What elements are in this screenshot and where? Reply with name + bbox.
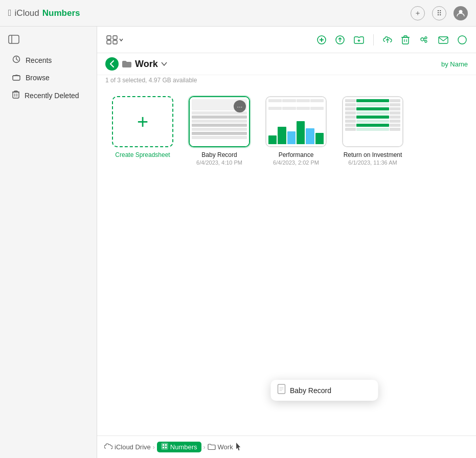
sidebar: Recents Browse Recently Del bbox=[0, 27, 97, 458]
folder-icon bbox=[122, 60, 132, 68]
share-button[interactable] bbox=[417, 34, 431, 46]
roi-date: 6/1/2023, 11:36 AM bbox=[348, 159, 397, 166]
folder-title[interactable]: Work bbox=[122, 59, 167, 70]
svg-rect-4 bbox=[13, 76, 20, 80]
folder-header: Work by Name bbox=[97, 53, 476, 75]
performance-thumbnail bbox=[265, 96, 327, 147]
cursor-indicator bbox=[236, 443, 242, 452]
svg-rect-42 bbox=[163, 447, 164, 448]
svg-rect-43 bbox=[165, 447, 167, 448]
browse-label: Browse bbox=[26, 74, 50, 82]
create-label: Create Spreadsheet bbox=[115, 151, 170, 158]
svg-point-25 bbox=[421, 38, 424, 41]
icloud-label: iCloud bbox=[15, 8, 39, 18]
performance-date: 6/4/2023, 2:02 PM bbox=[273, 159, 319, 166]
svg-line-29 bbox=[424, 40, 425, 41]
recently-deleted-label: Recently Deleted bbox=[25, 91, 79, 100]
svg-rect-5 bbox=[13, 92, 19, 98]
avatar-button[interactable] bbox=[454, 6, 468, 20]
performance-card[interactable]: Performance 6/4/2023, 2:02 PM bbox=[263, 96, 329, 166]
svg-point-27 bbox=[425, 40, 427, 42]
email-button[interactable] bbox=[436, 34, 450, 46]
performance-preview bbox=[266, 97, 326, 146]
roi-card[interactable]: Return on Investment 6/1/2023, 11:36 AM bbox=[339, 96, 406, 166]
performance-name: Performance bbox=[279, 151, 314, 158]
svg-rect-10 bbox=[107, 40, 111, 44]
sidebar-collapse-icon[interactable] bbox=[0, 33, 97, 51]
svg-rect-41 bbox=[165, 444, 167, 446]
folder-name-label: Work bbox=[135, 59, 158, 70]
recents-icon bbox=[12, 55, 20, 65]
add-file-button[interactable] bbox=[315, 33, 328, 47]
baby-record-more-button[interactable]: ··· bbox=[234, 100, 246, 112]
svg-line-28 bbox=[424, 38, 425, 39]
app-name-label: Numbers bbox=[42, 8, 80, 18]
app-layout: Recents Browse Recently Del bbox=[0, 27, 476, 458]
svg-rect-21 bbox=[402, 37, 409, 44]
svg-rect-40 bbox=[163, 444, 164, 446]
icloud-drive-icon bbox=[104, 443, 112, 451]
breadcrumb-work[interactable]: Work bbox=[208, 443, 233, 451]
baby-record-card[interactable]: ··· Baby Record 6/4/2023, 4:10 PM bbox=[186, 96, 253, 166]
brand-logo:  iCloud Numbers bbox=[8, 8, 80, 18]
sidebar-item-recents[interactable]: Recents bbox=[3, 52, 94, 68]
rename-input[interactable] bbox=[290, 386, 379, 395]
create-thumbnail: + bbox=[112, 96, 173, 147]
numbers-label: Numbers bbox=[170, 443, 197, 451]
view-toggle-button[interactable] bbox=[104, 33, 126, 47]
roi-preview bbox=[343, 97, 402, 146]
baby-record-name: Baby Record bbox=[201, 151, 237, 158]
sep-2: › bbox=[203, 444, 206, 451]
svg-rect-1 bbox=[9, 35, 19, 43]
bottom-breadcrumb-bar: iCloud Drive › Numbers › bbox=[97, 436, 476, 458]
roi-name: Return on Investment bbox=[344, 151, 402, 158]
recently-deleted-icon bbox=[12, 90, 19, 100]
svg-rect-11 bbox=[113, 36, 117, 39]
folder-chevron-icon bbox=[161, 62, 167, 66]
baby-record-thumbnail: ··· bbox=[189, 96, 250, 147]
file-grid: + Create Spreadsheet bbox=[97, 84, 476, 178]
title-bar:  iCloud Numbers ＋ ⠿ bbox=[0, 0, 476, 27]
more-options-button[interactable] bbox=[456, 33, 469, 47]
breadcrumb-icloud-drive[interactable]: iCloud Drive bbox=[104, 443, 151, 451]
icloud-upload-button[interactable] bbox=[381, 33, 394, 47]
toolbar-left bbox=[104, 33, 126, 47]
sort-label[interactable]: by Name bbox=[441, 60, 468, 68]
baby-record-date: 6/4/2023, 4:10 PM bbox=[196, 159, 242, 166]
storage-info: 1 of 3 selected, 4.97 GB available bbox=[97, 75, 476, 84]
icloud-drive-label: iCloud Drive bbox=[115, 443, 151, 451]
create-spreadsheet-card[interactable]: + Create Spreadsheet bbox=[109, 96, 176, 158]
svg-rect-9 bbox=[107, 36, 111, 39]
back-button[interactable] bbox=[105, 57, 119, 71]
svg-rect-12 bbox=[113, 40, 117, 44]
grid-icon-button[interactable]: ⠿ bbox=[432, 6, 446, 20]
title-bar-actions: ＋ ⠿ bbox=[411, 6, 468, 20]
work-label: Work bbox=[218, 443, 233, 451]
toolbar-right bbox=[315, 33, 469, 47]
sep-1: › bbox=[153, 444, 155, 451]
upload-button[interactable] bbox=[333, 33, 347, 47]
delete-button[interactable] bbox=[399, 33, 412, 47]
create-plus-icon: + bbox=[137, 112, 148, 131]
sidebar-item-recently-deleted[interactable]: Recently Deleted bbox=[3, 87, 94, 104]
new-folder-button[interactable] bbox=[352, 34, 366, 46]
svg-point-26 bbox=[425, 37, 427, 39]
rename-overlay bbox=[270, 380, 378, 401]
sidebar-item-browse[interactable]: Browse bbox=[3, 70, 94, 86]
apple-icon:  bbox=[8, 8, 12, 18]
main-content: Work by Name 1 of 3 selected, 4.97 GB av… bbox=[97, 27, 476, 458]
add-icon-button[interactable]: ＋ bbox=[411, 6, 425, 20]
svg-rect-30 bbox=[439, 37, 448, 43]
toolbar bbox=[97, 27, 476, 53]
roi-thumbnail bbox=[342, 96, 403, 147]
browse-icon bbox=[12, 73, 20, 82]
svg-rect-39 bbox=[161, 443, 168, 450]
rename-file-icon bbox=[277, 384, 286, 397]
recents-label: Recents bbox=[26, 56, 52, 64]
numbers-app-icon bbox=[161, 443, 168, 451]
breadcrumb-numbers[interactable]: Numbers bbox=[157, 442, 201, 452]
work-folder-icon bbox=[208, 443, 216, 451]
